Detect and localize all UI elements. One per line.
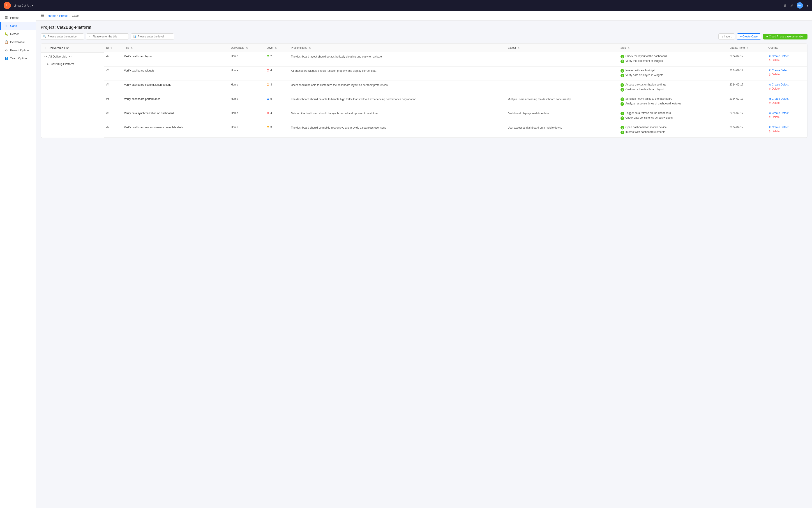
left-panel: ⠿ Deliverable List << All Deliverable >>… xyxy=(41,44,104,138)
step-num-4-1: 2 xyxy=(621,116,624,120)
col-id-label: ID xyxy=(106,46,109,49)
page-title-project: Cat2Bug-Platform xyxy=(57,25,91,30)
org-name[interactable]: Lihua Cat A... ▾ xyxy=(13,4,34,7)
deliverable-list-icon: ⠿ xyxy=(44,46,47,50)
step-item-5-0: 1Open dashboard on mobile device xyxy=(621,126,725,129)
delete-icon-4: 🗑 xyxy=(768,116,771,118)
import-button[interactable]: ↓ Import xyxy=(718,33,735,40)
top-nav: L Lihua Cat A... ▾ ⊕ ⤢ dem ▾ xyxy=(0,0,812,11)
step-num-0-0: 1 xyxy=(621,55,624,58)
col-deliverable[interactable]: Deliverable ⇅ xyxy=(228,44,264,52)
step-item-3-1: 2Analyze response times of dashboard fea… xyxy=(621,102,725,106)
step-sort-icon: ⇅ xyxy=(628,47,630,49)
step-text-3-0: Simulate heavy traffic to the dashboard xyxy=(626,97,672,100)
sidebar-label-case: Case xyxy=(10,24,17,28)
col-title-label: Title xyxy=(124,46,129,49)
delete-icon-5: 🗑 xyxy=(768,130,771,133)
step-item-5-1: 2Interact with dashboard elements xyxy=(621,130,725,134)
number-field[interactable] xyxy=(48,35,82,38)
user-avatar[interactable]: dem xyxy=(797,2,803,9)
level-dot-4 xyxy=(267,112,269,114)
sidebar-item-defect[interactable]: 🐛 Defect xyxy=(0,30,36,38)
org-chevron-icon: ▾ xyxy=(32,4,34,7)
cat2bug-platform-item[interactable]: ▶ Cat2Bug-Platform + xyxy=(41,60,104,68)
sidebar-item-project[interactable]: ☰ Project xyxy=(0,13,36,22)
cell-id-5: #7 xyxy=(104,123,122,138)
cell-update-time-1: 2024-02-17 xyxy=(727,67,766,81)
expand-icon[interactable]: ⤢ xyxy=(790,3,793,8)
delete-btn-4[interactable]: 🗑Delete xyxy=(768,116,780,119)
cat2bug-label: Cat2Bug-Platform xyxy=(51,62,74,66)
menu-toggle-icon[interactable]: ☰ xyxy=(41,13,44,18)
delete-btn-1[interactable]: 🗑Delete xyxy=(768,73,780,76)
cell-step-4: 1Trigger data refresh on the dashboard2C… xyxy=(618,109,727,123)
col-expect-label: Expect xyxy=(508,46,516,49)
cell-deliverable-5: Home xyxy=(228,123,264,138)
create-case-button[interactable]: + Create Case xyxy=(737,33,761,40)
create-defect-btn-2[interactable]: 🛠Create Defect xyxy=(768,83,788,86)
cell-expect-0 xyxy=(506,52,618,67)
delete-btn-5[interactable]: 🗑Delete xyxy=(768,130,780,133)
step-num-1-0: 1 xyxy=(621,69,624,73)
create-defect-btn-3[interactable]: 🛠Create Defect xyxy=(768,97,788,100)
delete-btn-3[interactable]: 🗑Delete xyxy=(768,101,780,104)
col-update-time[interactable]: Update Time ⇅ xyxy=(727,44,766,52)
col-level[interactable]: Level ⇅ xyxy=(265,44,289,52)
ai-generation-button[interactable]: ✦ Cloud AI use case generation xyxy=(763,34,808,39)
defect-icon: 🐛 xyxy=(4,32,8,36)
expand-cat2bug-icon: ▶ xyxy=(47,63,49,65)
breadcrumb-project[interactable]: Project xyxy=(59,14,68,17)
col-id[interactable]: ID ⇅ xyxy=(104,44,122,52)
create-defect-btn-1[interactable]: 🛠Create Defect xyxy=(768,69,788,72)
cell-operate-4: 🛠Create Defect🗑Delete xyxy=(766,109,807,123)
search-title-input[interactable]: 🏷 xyxy=(86,33,129,40)
step-item-1-0: 1Interact with each widget xyxy=(621,69,725,73)
cell-step-2: 1Access the customization settings2Custo… xyxy=(618,81,727,95)
create-icon-2: 🛠 xyxy=(768,83,771,86)
sidebar-label-deliverable: Deliverable xyxy=(10,40,25,44)
breadcrumb-home[interactable]: Home xyxy=(48,14,56,17)
create-defect-btn-4[interactable]: 🛠Create Defect xyxy=(768,112,788,115)
step-text-5-0: Open dashboard on mobile device xyxy=(626,126,667,129)
step-text-2-1: Customize the dashboard layout xyxy=(626,88,664,91)
col-operate-label: Operate xyxy=(768,46,778,49)
title-field[interactable] xyxy=(92,35,126,38)
cell-step-5: 1Open dashboard on mobile device2Interac… xyxy=(618,123,727,138)
title-search-icon: 🏷 xyxy=(88,35,91,38)
step-num-1-1: 2 xyxy=(621,74,624,77)
col-preconditions-label: Preconditions xyxy=(291,46,307,49)
all-deliverable-item[interactable]: << All Deliverable >> + xyxy=(41,52,104,60)
sidebar-item-project-option[interactable]: ⚙ Project Option xyxy=(0,46,36,54)
sidebar-item-team-option[interactable]: 👥 Team Option xyxy=(0,54,36,62)
cell-title-0: Verify dashboard layout xyxy=(122,52,228,67)
step-text-1-1: Verify data displayed in widgets xyxy=(626,74,663,77)
user-chevron-icon[interactable]: ▾ xyxy=(807,3,808,8)
delete-btn-0[interactable]: 🗑Delete xyxy=(768,59,780,62)
panel-header: ⠿ Deliverable List xyxy=(41,44,104,52)
cell-operate-0: 🛠Create Defect🗑Delete xyxy=(766,52,807,67)
cell-id-2: #4 xyxy=(104,81,122,95)
delete-icon-3: 🗑 xyxy=(768,101,771,104)
search-level-input[interactable]: 📊 xyxy=(131,33,174,40)
github-icon[interactable]: ⊕ xyxy=(783,3,786,8)
col-title[interactable]: Title ⇅ xyxy=(122,44,228,52)
create-defect-btn-5[interactable]: 🛠Create Defect xyxy=(768,126,788,129)
sidebar-item-deliverable[interactable]: 📋 Deliverable xyxy=(0,38,36,46)
page-title: Project: Cat2Bug-Platform xyxy=(41,25,808,30)
cell-preconditions-2: Users should be able to customize the da… xyxy=(289,81,506,95)
level-field[interactable] xyxy=(138,35,172,38)
search-number-input[interactable]: 🔍 xyxy=(41,33,84,40)
create-icon-1: 🛠 xyxy=(768,69,771,72)
cell-update-time-3: 2024-02-17 xyxy=(727,95,766,109)
col-step[interactable]: Step ⇅ xyxy=(618,44,727,52)
sidebar-label-project: Project xyxy=(10,16,19,19)
cell-title-1: Verify dashboard widgets xyxy=(122,67,228,81)
col-preconditions[interactable]: Preconditions ⇅ xyxy=(289,44,506,52)
delete-btn-2[interactable]: 🗑Delete xyxy=(768,87,780,90)
level-search-icon: 📊 xyxy=(133,35,136,38)
col-expect[interactable]: Expect ⇅ xyxy=(506,44,618,52)
cell-preconditions-5: The dashboard should be mobile-responsiv… xyxy=(289,123,506,138)
create-defect-btn-0[interactable]: 🛠Create Defect xyxy=(768,54,788,58)
cell-title-4: Verify data synchronization on dashboard xyxy=(122,109,228,123)
sidebar-item-case[interactable]: ≡ Case xyxy=(0,22,36,30)
